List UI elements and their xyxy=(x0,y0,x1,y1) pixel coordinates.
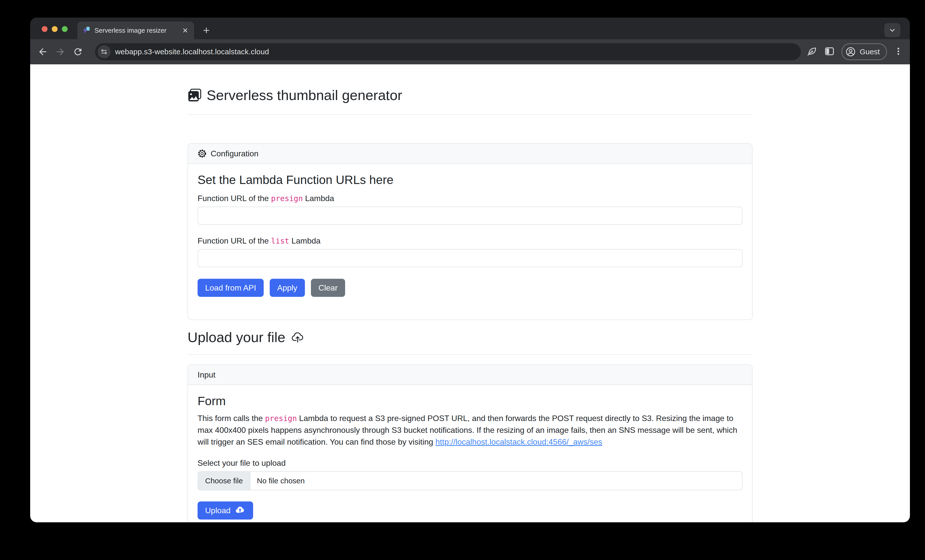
clear-button[interactable]: Clear xyxy=(311,279,345,297)
divider xyxy=(187,354,753,355)
presign-url-input[interactable] xyxy=(197,206,743,225)
localstack-favicon-icon xyxy=(82,26,90,35)
configuration-card-header: Configuration xyxy=(188,144,752,164)
presign-url-label: Function URL of the presign Lambda xyxy=(197,194,743,203)
forward-button[interactable] xyxy=(54,46,66,58)
guest-avatar-icon xyxy=(845,46,856,57)
presign-code: presign xyxy=(265,414,297,423)
browser-window: Serverless image resizer xyxy=(30,18,910,522)
lambda-urls-heading: Set the Lambda Function URLs here xyxy=(197,173,743,187)
file-input[interactable]: Choose file No file chosen xyxy=(197,471,743,491)
browser-menu-icon[interactable] xyxy=(893,46,903,57)
zoom-window-button[interactable] xyxy=(62,26,68,32)
back-button[interactable] xyxy=(37,46,49,58)
performance-leaf-icon[interactable] xyxy=(806,46,817,58)
page-title: Serverless thumbnail generator xyxy=(187,87,753,103)
presign-code: presign xyxy=(271,194,303,203)
cloud-arrow-up-icon xyxy=(235,505,246,516)
close-window-button[interactable] xyxy=(42,26,48,32)
minimize-window-button[interactable] xyxy=(52,26,57,32)
form-heading: Form xyxy=(197,394,743,408)
list-url-label: Function URL of the list Lambda xyxy=(197,236,743,245)
configuration-card: Configuration Set the Lambda Function UR… xyxy=(187,143,753,320)
tab-strip: Serverless image resizer xyxy=(30,18,910,39)
window-controls xyxy=(42,26,68,32)
load-from-api-button[interactable]: Load from API xyxy=(197,279,264,297)
form-description: This form calls the presign Lambda to re… xyxy=(197,412,743,448)
images-icon xyxy=(187,88,202,102)
upload-button[interactable]: Upload xyxy=(197,501,253,519)
site-settings-icon[interactable] xyxy=(98,45,111,58)
tab-search-chevron-button[interactable] xyxy=(884,23,900,37)
new-tab-button[interactable] xyxy=(200,24,212,37)
side-panel-icon[interactable] xyxy=(824,46,835,58)
list-code: list xyxy=(271,236,289,245)
divider xyxy=(187,114,753,115)
ses-link[interactable]: http://localhost.localstack.cloud:4566/_… xyxy=(435,437,602,446)
tab-close-icon[interactable] xyxy=(181,26,190,35)
file-select-label: Select your file to upload xyxy=(197,458,743,468)
input-card: Input Form This form calls the presign L… xyxy=(187,364,753,522)
list-url-input[interactable] xyxy=(197,249,743,267)
url-bar[interactable]: webapp.s3-website.localhost.localstack.c… xyxy=(95,43,801,60)
tab-serverless-image-resizer[interactable]: Serverless image resizer xyxy=(77,22,194,39)
page-content: Serverless thumbnail generator Configura… xyxy=(30,64,910,522)
profile-label: Guest xyxy=(860,48,880,56)
file-status-text: No file chosen xyxy=(250,477,311,485)
profile-chip[interactable]: Guest xyxy=(842,44,887,60)
reload-button[interactable] xyxy=(72,46,84,58)
tab-title: Serverless image resizer xyxy=(95,27,181,35)
choose-file-button[interactable]: Choose file xyxy=(198,472,250,490)
url-text: webapp.s3-website.localhost.localstack.c… xyxy=(115,48,269,56)
gear-icon xyxy=(197,149,206,158)
upload-section-heading: Upload your file xyxy=(187,329,753,345)
input-card-header: Input xyxy=(188,365,752,385)
apply-button[interactable]: Apply xyxy=(270,279,305,297)
cloud-upload-icon xyxy=(291,331,304,344)
browser-toolbar: webapp.s3-website.localhost.localstack.c… xyxy=(30,39,910,64)
